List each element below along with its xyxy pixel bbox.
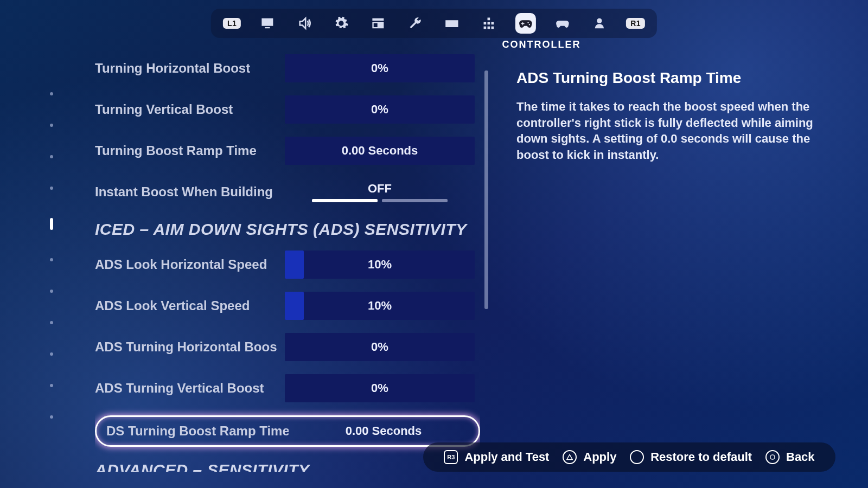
- section-header: ADVANCED – SENSITIVITY: [95, 461, 480, 472]
- section-dot: [50, 384, 53, 387]
- bumper-right-r1: R1: [626, 18, 645, 29]
- setting-toggle[interactable]: OFF: [285, 178, 475, 206]
- section-dot-current: [50, 218, 53, 230]
- r3-glyph-icon: R3: [444, 450, 458, 464]
- setting-label: ADS Turning Vertical Boost: [95, 381, 285, 396]
- section-header: ICED – AIM DOWN SIGHTS (ADS) SENSITIVITY: [95, 220, 480, 239]
- setting-value: 0%: [371, 340, 388, 354]
- setting-row[interactable]: ADS Look Horizontal Speed10%: [95, 251, 480, 279]
- section-dot: [50, 415, 53, 419]
- setting-slider[interactable]: 0%: [285, 95, 475, 124]
- setting-slider[interactable]: 0%: [285, 333, 475, 361]
- setting-value: 10%: [368, 299, 392, 313]
- setting-slider[interactable]: 0%: [285, 374, 475, 402]
- button-label: Apply: [583, 450, 616, 464]
- restore-default-button[interactable]: Restore to default: [630, 450, 752, 464]
- setting-row[interactable]: Turning Horizontal Boost0%: [95, 54, 480, 82]
- setting-label: Instant Boost When Building: [95, 184, 285, 200]
- setting-info-panel: ADS Turning Boost Ramp Time The time it …: [516, 69, 820, 163]
- circle-glyph-icon: [765, 450, 780, 464]
- setting-label: ADS Turning Horizontal Boos: [95, 339, 285, 355]
- setting-value: 10%: [368, 258, 392, 272]
- back-button[interactable]: Back: [765, 450, 815, 464]
- setting-row[interactable]: Turning Boost Ramp Time0.00 Seconds: [95, 137, 480, 165]
- setting-value: 0%: [371, 381, 388, 395]
- setting-row[interactable]: Instant Boost When BuildingOFF: [95, 178, 480, 206]
- setting-row[interactable]: Turning Vertical Boost0%: [95, 95, 480, 124]
- setting-slider[interactable]: 10%: [285, 251, 475, 279]
- tab-controller-icon[interactable]: [515, 13, 536, 34]
- info-title: ADS Turning Boost Ramp Time: [516, 69, 820, 87]
- setting-label: ADS Look Vertical Speed: [95, 298, 285, 313]
- section-dot: [50, 352, 53, 356]
- tab-gear-icon[interactable]: [331, 13, 352, 34]
- setting-value: 0.00 Seconds: [346, 424, 422, 438]
- button-label: Back: [786, 450, 815, 464]
- setting-value: 0%: [371, 61, 388, 75]
- setting-value: 0%: [371, 102, 388, 117]
- active-tab-caption: CONTROLLER: [502, 39, 581, 50]
- square-glyph-icon: [630, 450, 644, 464]
- setting-label: Turning Vertical Boost: [95, 102, 285, 117]
- setting-label: Turning Horizontal Boost: [95, 61, 285, 76]
- tab-keyboard-icon[interactable]: [442, 13, 462, 34]
- section-dot: [50, 290, 53, 293]
- section-dot: [50, 321, 53, 324]
- setting-label: ADS Look Horizontal Speed: [95, 257, 285, 272]
- setting-row[interactable]: ADS Look Vertical Speed10%: [95, 292, 480, 320]
- section-dot: [50, 92, 53, 95]
- svg-point-0: [770, 455, 775, 459]
- footer-button-bar: R3 Apply and Test Apply Restore to defau…: [423, 442, 835, 472]
- tab-display-icon[interactable]: [257, 13, 278, 34]
- triangle-glyph-icon: [563, 450, 577, 464]
- setting-row[interactable]: ADS Turning Vertical Boost0%: [95, 374, 480, 402]
- tab-audio-icon[interactable]: [294, 13, 315, 34]
- setting-label: DS Turning Boost Ramp Time: [99, 423, 289, 439]
- apply-button[interactable]: Apply: [563, 450, 616, 464]
- setting-slider[interactable]: 10%: [285, 292, 475, 320]
- button-label: Restore to default: [650, 450, 752, 464]
- setting-slider[interactable]: 0.00 Seconds: [289, 417, 478, 445]
- tab-gamepad-icon[interactable]: [552, 13, 573, 34]
- setting-label: Turning Boost Ramp Time: [95, 143, 285, 158]
- setting-slider[interactable]: 0%: [285, 54, 475, 82]
- slider-fill: [285, 292, 304, 320]
- section-dot-strip: [50, 92, 53, 419]
- settings-tab-bar: L1 R1: [211, 9, 657, 38]
- button-label: Apply and Test: [464, 450, 549, 464]
- toggle-track: [312, 199, 448, 202]
- info-body: The time it takes to reach the boost spe…: [516, 99, 820, 163]
- settings-list[interactable]: Turning Horizontal Boost0%Turning Vertic…: [95, 54, 480, 472]
- section-dot: [50, 124, 53, 127]
- tab-grid-icon[interactable]: [478, 13, 499, 34]
- tab-wrench-icon[interactable]: [405, 13, 425, 34]
- settings-scrollbar[interactable]: [484, 70, 488, 309]
- tab-account-icon[interactable]: [589, 13, 610, 34]
- setting-value: OFF: [368, 182, 392, 196]
- apply-and-test-button[interactable]: R3 Apply and Test: [444, 450, 549, 464]
- setting-slider[interactable]: 0.00 Seconds: [285, 137, 475, 165]
- slider-fill: [285, 251, 304, 279]
- section-dot: [50, 155, 53, 158]
- section-dot: [50, 187, 53, 190]
- setting-value: 0.00 Seconds: [342, 144, 418, 158]
- section-dot: [50, 258, 53, 261]
- setting-row[interactable]: ADS Turning Horizontal Boos0%: [95, 333, 480, 361]
- setting-row[interactable]: DS Turning Boost Ramp Time0.00 Seconds: [95, 415, 480, 447]
- tab-ui-icon[interactable]: [368, 13, 388, 34]
- bumper-left-l1: L1: [223, 18, 241, 29]
